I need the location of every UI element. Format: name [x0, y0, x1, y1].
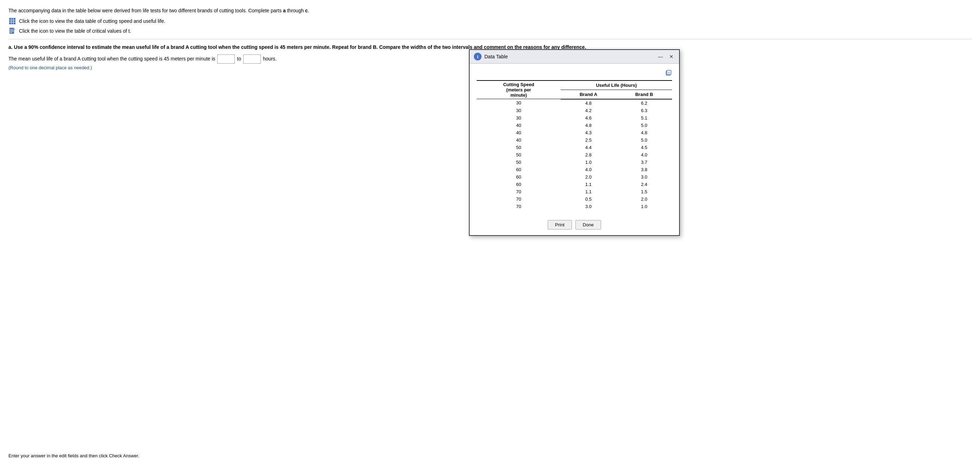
svg-rect-6 — [10, 29, 14, 30]
icon-row-2: Click the icon to view the table of crit… — [8, 27, 972, 35]
modal-info-icon: i — [474, 53, 482, 60]
answer-input-2[interactable] — [243, 54, 261, 64]
svg-rect-7 — [10, 30, 14, 30]
data-table-modal: i Data Table — ✕ Cutting Speed(meters pe… — [469, 49, 680, 77]
svg-rect-8 — [10, 31, 14, 32]
answer-prefix: The mean useful life of a brand A cuttin… — [8, 54, 215, 63]
intro-main-text: The accompanying data in the table below… — [8, 7, 972, 14]
modal-body: Cutting Speed(meters perminute) Useful L… — [469, 64, 679, 77]
critical-values-icon[interactable] — [8, 27, 16, 35]
svg-rect-0 — [9, 18, 16, 24]
modal-minimize-button[interactable]: — — [657, 54, 664, 59]
modal-title: Data Table — [484, 54, 654, 59]
icon1-label: Click the icon to view the data table of… — [19, 18, 165, 24]
section-divider — [8, 39, 972, 40]
data-table-icon[interactable] — [8, 17, 16, 25]
table-icon-row — [477, 69, 672, 77]
icon2-label: Click the icon to view the table of crit… — [19, 28, 131, 34]
modal-header: i Data Table — ✕ — [469, 50, 679, 64]
to-word: to — [237, 54, 241, 63]
svg-rect-9 — [10, 32, 12, 33]
svg-rect-11 — [667, 70, 671, 75]
modal-controls: — ✕ — [657, 54, 675, 59]
table-copy-icon-button[interactable] — [665, 69, 672, 77]
icon-row-1: Click the icon to view the data table of… — [8, 17, 972, 25]
modal-close-button[interactable]: ✕ — [668, 54, 675, 59]
units-label: hours. — [263, 54, 277, 63]
answer-input-1[interactable] — [217, 54, 235, 64]
